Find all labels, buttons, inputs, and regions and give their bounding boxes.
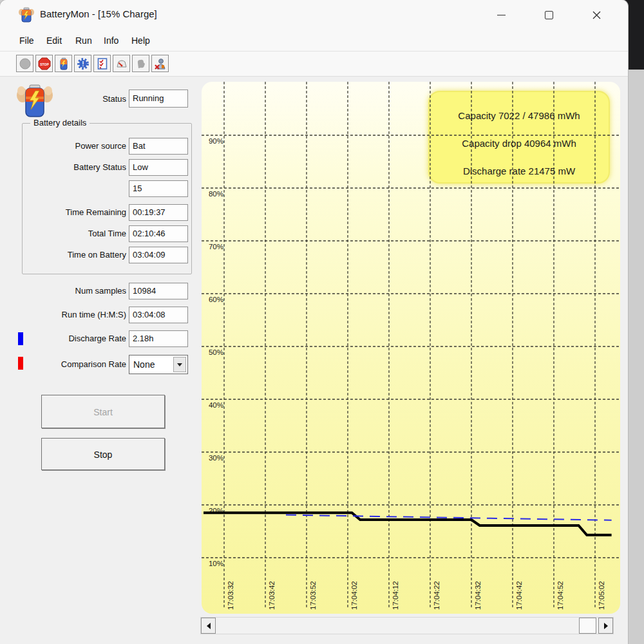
toolbar-battery-button[interactable]: [55, 55, 72, 72]
run-time-label: Run time (H:M:S): [19, 310, 126, 319]
scrollbar-thumb[interactable]: [579, 618, 596, 634]
stop-button[interactable]: Stop: [41, 438, 165, 470]
charge-line: [204, 513, 612, 535]
maximize-button[interactable]: [535, 5, 563, 24]
dropdown-arrow-button[interactable]: [173, 357, 186, 372]
maximize-icon: [545, 11, 553, 19]
toolbar-user-block-button[interactable]: [151, 55, 169, 72]
silhouette-icon: [135, 57, 147, 70]
chevron-down-icon: [177, 363, 182, 366]
run-time-field: 03:04:08: [129, 307, 188, 323]
battery-chart: 90%80%70%60%50%40%30%20%10%17:03:3217:03…: [202, 82, 620, 614]
total-time-field: 02:10:46: [129, 225, 188, 242]
record-icon: [19, 57, 32, 70]
svg-text:!: !: [82, 61, 84, 68]
time-on-battery-field: 03:04:09: [129, 247, 188, 263]
menu-info[interactable]: Info: [101, 34, 121, 47]
window-title: BatteryMon - [15% Charge]: [40, 8, 157, 19]
time-remaining-field: 00:19:37: [129, 204, 188, 221]
toolbar: STOP !: [0, 51, 628, 77]
chart-annotations: Capacity 7022 / 47986 mWh Capacity drop …: [428, 91, 610, 184]
battery-status-field: Low: [129, 159, 188, 176]
batterymon-window: BatteryMon - [15% Charge] File Edit Run …: [0, 0, 628, 644]
arrow-left-icon: [207, 623, 211, 629]
user-block-icon: [154, 57, 167, 70]
toolbar-record-button[interactable]: [16, 55, 33, 72]
battery-details-legend: Battery details: [30, 118, 90, 128]
minimize-icon: [497, 15, 506, 15]
capacity-drop-annotation: Capacity drop 40964 mWh: [428, 129, 610, 157]
toolbar-gauge-button[interactable]: [113, 55, 130, 72]
background-window-strip: [628, 0, 644, 644]
toolbar-log-button[interactable]: [93, 55, 111, 72]
battery-icon: [57, 57, 70, 70]
comparison-rate-value: None: [133, 359, 155, 370]
menubar: File Edit Run Info Help: [0, 30, 628, 51]
gear-alert-icon: !: [77, 57, 90, 70]
time-remaining-label: Time Remaining: [19, 207, 126, 217]
stop-icon: STOP: [38, 57, 51, 70]
comparison-rate-label: Comparison Rate: [19, 359, 126, 369]
capacity-annotation: Capacity 7022 / 47986 mWh: [428, 102, 610, 129]
menu-help[interactable]: Help: [129, 34, 153, 47]
comparison-rate-dropdown[interactable]: None: [129, 355, 188, 374]
menu-file[interactable]: File: [17, 34, 37, 47]
power-source-field: Bat: [129, 138, 188, 155]
status-label: Status: [19, 94, 126, 104]
menu-run[interactable]: Run: [73, 34, 95, 47]
toolbar-stop-button[interactable]: STOP: [35, 55, 53, 72]
num-samples-field: 10984: [129, 283, 188, 299]
toolbar-lookup-button[interactable]: [132, 55, 149, 72]
status-field: Running: [129, 90, 188, 108]
power-source-label: Power source: [19, 141, 126, 151]
num-samples-label: Num samples: [19, 286, 126, 296]
start-button[interactable]: Start: [41, 395, 165, 428]
menu-edit[interactable]: Edit: [44, 34, 64, 47]
time-on-battery-label: Time on Battery: [19, 250, 126, 260]
svg-text:STOP: STOP: [40, 62, 49, 66]
chart-horizontal-scrollbar[interactable]: [200, 617, 614, 634]
scroll-left-button[interactable]: [201, 618, 216, 634]
toolbar-settings-button[interactable]: !: [74, 55, 91, 72]
charge-percent-field: 15: [129, 180, 188, 197]
discharge-rate-annotation: Discharge rate 21475 mW: [428, 157, 610, 185]
arrow-right-icon: [604, 623, 608, 629]
close-icon: [592, 11, 601, 19]
gauge-icon: [115, 57, 128, 70]
titlebar: BatteryMon - [15% Charge]: [0, 0, 628, 30]
app-battery-icon: [18, 6, 35, 23]
scroll-right-button[interactable]: [598, 618, 613, 634]
discharge-rate-field: 2.18h: [129, 330, 188, 347]
minimize-button[interactable]: [487, 5, 515, 24]
checklist-icon: [96, 57, 109, 70]
discharge-rate-label: Discharge Rate: [19, 334, 126, 343]
total-time-label: Total Time: [19, 229, 126, 238]
battery-status-label: Battery Status: [19, 162, 126, 172]
close-button[interactable]: [582, 5, 611, 24]
